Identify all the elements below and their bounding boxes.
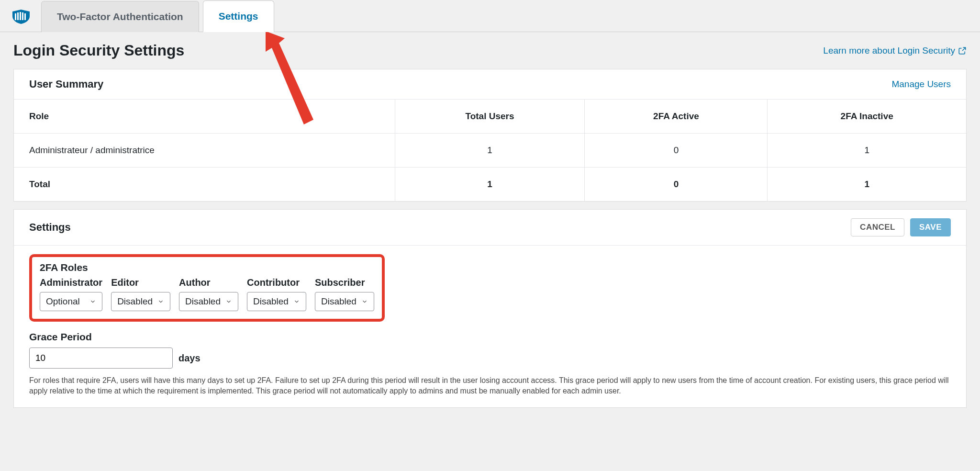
cell-total-total: 1: [395, 168, 585, 202]
role-admin-label: Administrator: [40, 277, 102, 288]
tab-settings[interactable]: Settings: [203, 0, 274, 32]
grace-period-input[interactable]: [29, 348, 173, 369]
learn-more-link[interactable]: Learn more about Login Security: [823, 45, 967, 56]
tabs-bar: Two-Factor Authentication Settings: [0, 0, 980, 32]
external-link-icon: [958, 46, 967, 55]
title-row: Login Security Settings Learn more about…: [0, 32, 980, 69]
role-subscriber-select[interactable]: Disabled: [315, 292, 374, 311]
role-contributor-value: Disabled: [253, 296, 289, 307]
cell-total-label: Total: [14, 168, 395, 202]
tab-two-factor[interactable]: Two-Factor Authentication: [41, 1, 199, 32]
role-editor-label: Editor: [111, 277, 170, 288]
2fa-roles-label: 2FA Roles: [40, 262, 374, 273]
user-summary-title: User Summary: [29, 78, 103, 90]
total-row: Total 1 0 1: [14, 168, 966, 202]
settings-title: Settings: [29, 221, 71, 234]
col-active: 2FA Active: [585, 100, 768, 134]
page-title: Login Security Settings: [13, 42, 184, 59]
role-editor-value: Disabled: [117, 296, 153, 307]
wordfence-logo-icon: [11, 10, 31, 24]
cell-role: Administrateur / administratrice: [14, 134, 395, 168]
role-author-label: Author: [179, 277, 238, 288]
table-row: Administrateur / administratrice 1 0 1: [14, 134, 966, 168]
chevron-down-icon: [293, 298, 300, 305]
role-subscriber-value: Disabled: [321, 296, 356, 307]
user-summary-panel: User Summary Manage Users Role Total Use…: [13, 69, 967, 202]
role-contributor-label: Contributor: [247, 277, 306, 288]
cell-total-inactive: 1: [768, 168, 966, 202]
cell-total: 1: [395, 134, 585, 168]
col-role: Role: [14, 100, 395, 134]
svg-rect-5: [24, 13, 26, 20]
manage-users-link[interactable]: Manage Users: [891, 79, 951, 90]
svg-rect-1: [15, 13, 16, 20]
learn-more-text: Learn more about Login Security: [823, 45, 955, 56]
cell-active: 0: [585, 134, 768, 168]
grace-period-description: For roles that require 2FA, users will h…: [29, 375, 951, 397]
svg-rect-3: [20, 12, 21, 20]
grace-period-suffix: days: [178, 353, 200, 364]
role-admin-select[interactable]: Optional: [40, 292, 102, 311]
user-summary-table: Role Total Users 2FA Active 2FA Inactive…: [14, 100, 966, 201]
grace-period-label: Grace Period: [29, 331, 951, 343]
cancel-button[interactable]: CANCEL: [851, 218, 904, 236]
roles-highlight-box: 2FA Roles Administrator Optional Editor …: [29, 254, 385, 322]
col-total: Total Users: [395, 100, 585, 134]
cell-total-active: 0: [585, 168, 768, 202]
svg-rect-4: [22, 12, 23, 20]
chevron-down-icon: [157, 298, 164, 305]
role-subscriber-label: Subscriber: [315, 277, 374, 288]
role-admin-value: Optional: [46, 296, 80, 307]
chevron-down-icon: [225, 298, 232, 305]
role-author-value: Disabled: [185, 296, 221, 307]
role-contributor-select[interactable]: Disabled: [247, 292, 306, 311]
settings-panel: Settings CANCEL SAVE 2FA Roles Administr…: [13, 209, 967, 408]
role-author-select[interactable]: Disabled: [179, 292, 238, 311]
chevron-down-icon: [361, 298, 368, 305]
role-editor-select[interactable]: Disabled: [111, 292, 170, 311]
cell-inactive: 1: [768, 134, 966, 168]
col-inactive: 2FA Inactive: [768, 100, 966, 134]
chevron-down-icon: [89, 298, 96, 305]
svg-rect-2: [17, 12, 19, 20]
save-button[interactable]: SAVE: [910, 218, 951, 236]
